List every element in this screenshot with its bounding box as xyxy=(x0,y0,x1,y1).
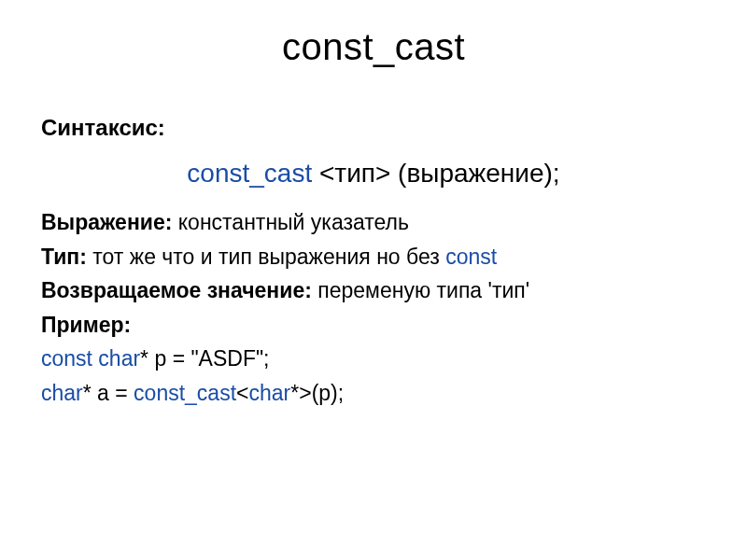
slide-title: const_cast xyxy=(41,26,706,68)
syntax-expression: const_cast <тип> (выражение); xyxy=(41,154,706,193)
ex1-keyword: const char xyxy=(41,346,140,371)
syntax-keyword: const_cast xyxy=(187,159,312,188)
expression-row: Выражение: константный указатель xyxy=(41,206,706,239)
ex2-keyword2: const_cast xyxy=(134,381,236,405)
slide-content: Синтаксис: const_cast <тип> (выражение);… xyxy=(41,111,706,409)
return-label: Возвращаемое значение: xyxy=(41,278,312,302)
type-label: Тип: xyxy=(41,245,87,269)
return-text: переменую типа 'тип' xyxy=(312,278,529,302)
ex2-open: < xyxy=(236,381,248,405)
example-heading: Пример: xyxy=(41,309,706,342)
ex2-mid: * a = xyxy=(83,381,134,405)
syntax-heading: Синтаксис: xyxy=(41,111,706,145)
expression-text: константный указатель xyxy=(172,210,409,234)
ex2-keyword3: char xyxy=(249,381,291,405)
example-line-1: const char* p = "ASDF"; xyxy=(41,343,706,375)
example-label: Пример: xyxy=(41,313,131,337)
ex2-keyword1: char xyxy=(41,381,83,405)
syntax-template: <тип> (выражение); xyxy=(312,159,559,188)
slide: const_cast Синтаксис: const_cast <тип> (… xyxy=(0,0,747,560)
expression-label: Выражение: xyxy=(41,210,172,234)
example-line-2: char* a = const_cast<char*>(p); xyxy=(41,377,706,410)
ex2-close: *>(p); xyxy=(290,381,344,405)
type-text: тот же что и тип выражения но без xyxy=(87,245,445,269)
ex1-rest: * p = "ASDF"; xyxy=(140,346,269,371)
type-row: Тип: тот же что и тип выражения но без c… xyxy=(41,241,706,273)
return-row: Возвращаемое значение: переменую типа 'т… xyxy=(41,274,706,307)
type-keyword: const xyxy=(445,245,497,269)
